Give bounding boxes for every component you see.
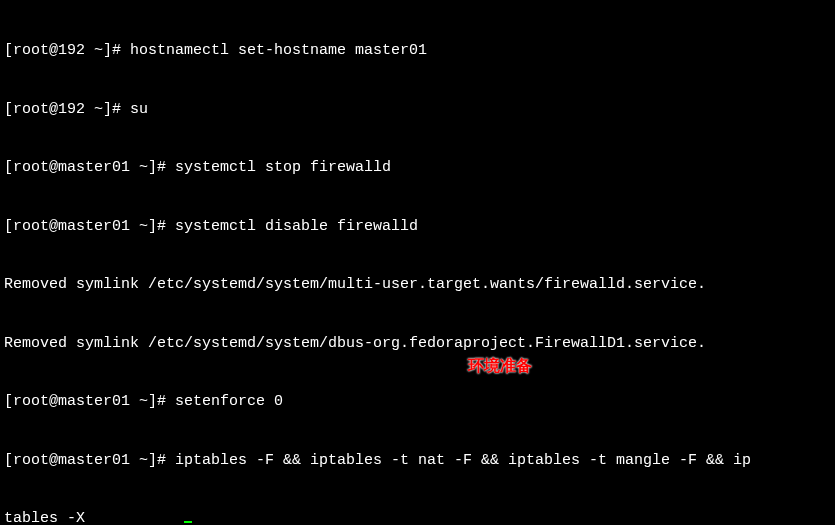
cursor-indicator — [184, 521, 192, 523]
terminal-line: [root@master01 ~]# setenforce 0 — [4, 392, 831, 412]
annotation-label: 环境准备 — [468, 356, 532, 377]
terminal-line: Removed symlink /etc/systemd/system/dbus… — [4, 334, 831, 354]
terminal-line: [root@master01 ~]# systemctl disable fir… — [4, 217, 831, 237]
terminal-line: tables -X — [4, 509, 831, 525]
terminal-line: [root@192 ~]# hostnamectl set-hostname m… — [4, 41, 831, 61]
terminal-line: [root@master01 ~]# systemctl stop firewa… — [4, 158, 831, 178]
terminal-line: [root@master01 ~]# iptables -F && iptabl… — [4, 451, 831, 471]
terminal-line: Removed symlink /etc/systemd/system/mult… — [4, 275, 831, 295]
terminal-output[interactable]: [root@192 ~]# hostnamectl set-hostname m… — [4, 2, 831, 525]
terminal-line: [root@192 ~]# su — [4, 100, 831, 120]
